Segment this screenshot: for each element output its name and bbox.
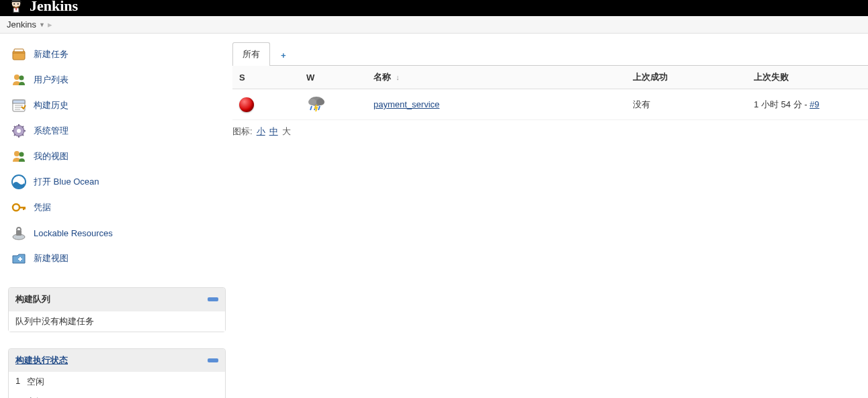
job-link[interactable]: payment_service — [374, 99, 439, 109]
collapse-icon[interactable] — [208, 358, 218, 362]
task-label[interactable]: 我的视图 — [34, 150, 69, 162]
task-credentials[interactable]: 凭据 — [8, 195, 226, 220]
task-label[interactable]: 打开 Blue Ocean — [34, 176, 99, 188]
svg-point-17 — [17, 129, 21, 133]
people-icon — [11, 72, 27, 88]
task-label[interactable]: 新建视图 — [34, 252, 69, 264]
build-link[interactable]: #9 — [810, 99, 819, 109]
task-people[interactable]: 用户列表 — [8, 67, 226, 93]
task-label[interactable]: 用户列表 — [34, 74, 69, 86]
svg-line-22 — [14, 126, 15, 128]
col-weather[interactable]: W — [300, 66, 367, 89]
executors-pane: 构建执行状态 1 空闲 2 空闲 — [8, 348, 226, 398]
build-queue-empty: 队列中没有构建任务 — [9, 311, 225, 332]
icon-size-large: 大 — [282, 126, 291, 138]
task-label[interactable]: 凭据 — [34, 201, 51, 213]
executor-status: 空闲 — [27, 376, 44, 388]
breadcrumb-jenkins[interactable]: Jenkins — [7, 19, 36, 30]
view-tabs: 所有 + — [232, 42, 868, 66]
weather-storm-icon — [306, 104, 327, 114]
build-queue-pane: 构建队列 队列中没有构建任务 — [8, 287, 226, 332]
breadcrumb-separator-icon: ▸ — [48, 19, 52, 30]
icon-size-small[interactable]: 小 — [257, 126, 265, 138]
svg-rect-31 — [23, 207, 24, 210]
task-label[interactable]: 构建历史 — [34, 99, 69, 111]
svg-point-29 — [13, 204, 19, 211]
col-last-success[interactable]: 上次成功 — [626, 66, 747, 89]
my-views-icon — [11, 148, 27, 164]
svg-rect-12 — [13, 100, 25, 103]
task-new-view[interactable]: 新建视图 — [8, 246, 226, 271]
svg-point-9 — [14, 74, 19, 80]
gear-icon — [11, 123, 27, 139]
svg-point-39 — [316, 99, 324, 105]
projects-table: S W 名称 ↓ 上次成功 上次失败 — [232, 66, 868, 120]
svg-rect-7 — [13, 51, 25, 60]
status-ball-red-icon — [239, 97, 254, 112]
svg-line-42 — [318, 106, 320, 110]
side-panel: 新建任务 用户列表 构建历史 系统管理 — [0, 34, 228, 398]
breadcrumb-dropdown-icon[interactable]: ▼ — [39, 21, 45, 28]
executor-row: 1 空闲 — [9, 372, 225, 392]
last-success-cell: 没有 — [626, 89, 747, 120]
svg-point-10 — [19, 76, 24, 81]
logo-text: Jenkins — [30, 0, 78, 15]
svg-point-4 — [17, 3, 19, 5]
tab-all[interactable]: 所有 — [232, 42, 270, 66]
task-lockable[interactable]: Lockable Resources — [8, 220, 226, 246]
svg-line-23 — [22, 134, 24, 136]
jenkins-logo[interactable]: Jenkins — [7, 0, 78, 15]
task-blue-ocean[interactable]: 打开 Blue Ocean — [8, 169, 226, 195]
task-label[interactable]: Lockable Resources — [34, 228, 113, 238]
svg-point-38 — [308, 99, 316, 105]
build-queue-title: 构建队列 — [15, 293, 50, 305]
svg-point-3 — [13, 3, 15, 5]
jenkins-butler-icon — [7, 0, 26, 15]
svg-line-25 — [22, 126, 24, 128]
col-name[interactable]: 名称 ↓ — [367, 66, 626, 89]
last-failure-cell: 1 小时 54 分 - #9 — [747, 89, 868, 120]
tab-new-view[interactable]: + — [271, 45, 296, 66]
lock-resources-icon — [11, 225, 27, 241]
new-item-icon — [11, 46, 27, 62]
task-new-item[interactable]: 新建任务 — [8, 42, 226, 67]
svg-point-26 — [14, 151, 19, 156]
collapse-icon[interactable] — [208, 297, 218, 301]
task-label[interactable]: 系统管理 — [34, 125, 69, 137]
executor-number: 1 — [15, 376, 20, 388]
task-manage[interactable]: 系统管理 — [8, 118, 226, 144]
new-view-icon — [11, 250, 27, 266]
table-row: payment_service 没有 1 小时 54 分 - #9 — [232, 89, 868, 120]
svg-line-40 — [310, 106, 312, 110]
breadcrumb-bar: Jenkins ▼ ▸ — [0, 16, 868, 34]
icon-size-label: 图标: — [232, 126, 253, 138]
top-header: Jenkins — [0, 0, 868, 16]
svg-rect-34 — [16, 230, 21, 236]
credentials-icon — [11, 199, 27, 215]
svg-point-27 — [19, 152, 24, 157]
task-label[interactable]: 新建任务 — [34, 48, 69, 60]
task-build-history[interactable]: 构建历史 — [8, 93, 226, 118]
col-last-failure[interactable]: 上次失败 — [747, 66, 868, 89]
svg-rect-8 — [14, 49, 24, 52]
executors-title-link[interactable]: 构建执行状态 — [15, 354, 68, 366]
blue-ocean-icon — [11, 174, 27, 190]
col-status[interactable]: S — [232, 66, 300, 89]
sort-arrow-icon: ↓ — [396, 73, 400, 81]
task-my-views[interactable]: 我的视图 — [8, 144, 226, 169]
build-history-icon — [11, 97, 27, 113]
svg-line-24 — [14, 134, 15, 136]
task-list: 新建任务 用户列表 构建历史 系统管理 — [8, 42, 226, 271]
main-panel: 所有 + S W 名称 ↓ 上次成功 上次失败 — [228, 34, 868, 398]
executor-row: 2 空闲 — [9, 392, 225, 398]
icon-size-row: 图标: 小 中 大 — [228, 120, 868, 143]
svg-rect-2 — [11, 1, 21, 2]
svg-rect-32 — [24, 207, 26, 209]
icon-size-medium[interactable]: 中 — [269, 126, 278, 138]
